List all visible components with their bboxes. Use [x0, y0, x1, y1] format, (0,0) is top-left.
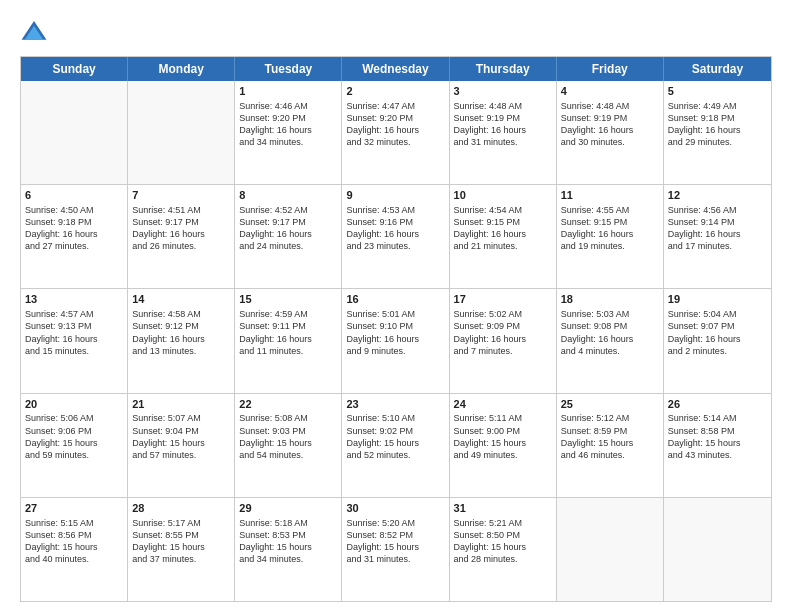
cell-info: Sunrise: 5:10 AMSunset: 9:02 PMDaylight:…	[346, 412, 444, 461]
day-number: 3	[454, 84, 552, 99]
day-number: 26	[668, 397, 767, 412]
cell-info: Sunrise: 4:55 AMSunset: 9:15 PMDaylight:…	[561, 204, 659, 253]
calendar-cell: 4Sunrise: 4:48 AMSunset: 9:19 PMDaylight…	[557, 81, 664, 184]
cell-info: Sunrise: 4:49 AMSunset: 9:18 PMDaylight:…	[668, 100, 767, 149]
calendar-cell: 15Sunrise: 4:59 AMSunset: 9:11 PMDayligh…	[235, 289, 342, 392]
calendar-cell	[21, 81, 128, 184]
cell-info: Sunrise: 5:17 AMSunset: 8:55 PMDaylight:…	[132, 517, 230, 566]
day-number: 13	[25, 292, 123, 307]
day-number: 31	[454, 501, 552, 516]
calendar: SundayMondayTuesdayWednesdayThursdayFrid…	[20, 56, 772, 602]
day-number: 6	[25, 188, 123, 203]
logo	[20, 18, 52, 46]
cell-info: Sunrise: 5:03 AMSunset: 9:08 PMDaylight:…	[561, 308, 659, 357]
cell-info: Sunrise: 4:59 AMSunset: 9:11 PMDaylight:…	[239, 308, 337, 357]
header-day-friday: Friday	[557, 57, 664, 81]
calendar-cell: 29Sunrise: 5:18 AMSunset: 8:53 PMDayligh…	[235, 498, 342, 601]
cell-info: Sunrise: 4:46 AMSunset: 9:20 PMDaylight:…	[239, 100, 337, 149]
calendar-cell: 5Sunrise: 4:49 AMSunset: 9:18 PMDaylight…	[664, 81, 771, 184]
day-number: 30	[346, 501, 444, 516]
calendar-cell: 25Sunrise: 5:12 AMSunset: 8:59 PMDayligh…	[557, 394, 664, 497]
day-number: 7	[132, 188, 230, 203]
day-number: 12	[668, 188, 767, 203]
calendar-cell	[128, 81, 235, 184]
day-number: 8	[239, 188, 337, 203]
calendar-cell	[557, 498, 664, 601]
cell-info: Sunrise: 5:14 AMSunset: 8:58 PMDaylight:…	[668, 412, 767, 461]
cell-info: Sunrise: 5:21 AMSunset: 8:50 PMDaylight:…	[454, 517, 552, 566]
cell-info: Sunrise: 5:20 AMSunset: 8:52 PMDaylight:…	[346, 517, 444, 566]
cell-info: Sunrise: 5:11 AMSunset: 9:00 PMDaylight:…	[454, 412, 552, 461]
day-number: 25	[561, 397, 659, 412]
calendar-row-3: 20Sunrise: 5:06 AMSunset: 9:06 PMDayligh…	[21, 393, 771, 497]
day-number: 21	[132, 397, 230, 412]
calendar-cell: 30Sunrise: 5:20 AMSunset: 8:52 PMDayligh…	[342, 498, 449, 601]
cell-info: Sunrise: 4:52 AMSunset: 9:17 PMDaylight:…	[239, 204, 337, 253]
calendar-cell: 26Sunrise: 5:14 AMSunset: 8:58 PMDayligh…	[664, 394, 771, 497]
cell-info: Sunrise: 4:48 AMSunset: 9:19 PMDaylight:…	[561, 100, 659, 149]
day-number: 18	[561, 292, 659, 307]
cell-info: Sunrise: 4:51 AMSunset: 9:17 PMDaylight:…	[132, 204, 230, 253]
cell-info: Sunrise: 4:56 AMSunset: 9:14 PMDaylight:…	[668, 204, 767, 253]
cell-info: Sunrise: 5:18 AMSunset: 8:53 PMDaylight:…	[239, 517, 337, 566]
cell-info: Sunrise: 4:58 AMSunset: 9:12 PMDaylight:…	[132, 308, 230, 357]
day-number: 27	[25, 501, 123, 516]
calendar-cell: 17Sunrise: 5:02 AMSunset: 9:09 PMDayligh…	[450, 289, 557, 392]
day-number: 29	[239, 501, 337, 516]
header-day-sunday: Sunday	[21, 57, 128, 81]
calendar-cell: 23Sunrise: 5:10 AMSunset: 9:02 PMDayligh…	[342, 394, 449, 497]
day-number: 20	[25, 397, 123, 412]
calendar-cell	[664, 498, 771, 601]
cell-info: Sunrise: 4:48 AMSunset: 9:19 PMDaylight:…	[454, 100, 552, 149]
day-number: 9	[346, 188, 444, 203]
calendar-cell: 18Sunrise: 5:03 AMSunset: 9:08 PMDayligh…	[557, 289, 664, 392]
day-number: 16	[346, 292, 444, 307]
cell-info: Sunrise: 5:01 AMSunset: 9:10 PMDaylight:…	[346, 308, 444, 357]
calendar-cell: 28Sunrise: 5:17 AMSunset: 8:55 PMDayligh…	[128, 498, 235, 601]
cell-info: Sunrise: 4:53 AMSunset: 9:16 PMDaylight:…	[346, 204, 444, 253]
calendar-cell: 21Sunrise: 5:07 AMSunset: 9:04 PMDayligh…	[128, 394, 235, 497]
cell-info: Sunrise: 5:15 AMSunset: 8:56 PMDaylight:…	[25, 517, 123, 566]
header	[20, 18, 772, 46]
cell-info: Sunrise: 4:57 AMSunset: 9:13 PMDaylight:…	[25, 308, 123, 357]
day-number: 28	[132, 501, 230, 516]
cell-info: Sunrise: 4:50 AMSunset: 9:18 PMDaylight:…	[25, 204, 123, 253]
calendar-cell: 14Sunrise: 4:58 AMSunset: 9:12 PMDayligh…	[128, 289, 235, 392]
calendar-row-4: 27Sunrise: 5:15 AMSunset: 8:56 PMDayligh…	[21, 497, 771, 601]
calendar-cell: 16Sunrise: 5:01 AMSunset: 9:10 PMDayligh…	[342, 289, 449, 392]
day-number: 14	[132, 292, 230, 307]
header-day-saturday: Saturday	[664, 57, 771, 81]
calendar-row-0: 1Sunrise: 4:46 AMSunset: 9:20 PMDaylight…	[21, 81, 771, 184]
header-day-thursday: Thursday	[450, 57, 557, 81]
calendar-cell: 12Sunrise: 4:56 AMSunset: 9:14 PMDayligh…	[664, 185, 771, 288]
cell-info: Sunrise: 5:06 AMSunset: 9:06 PMDaylight:…	[25, 412, 123, 461]
logo-icon	[20, 18, 48, 46]
cell-info: Sunrise: 4:54 AMSunset: 9:15 PMDaylight:…	[454, 204, 552, 253]
day-number: 19	[668, 292, 767, 307]
calendar-cell: 19Sunrise: 5:04 AMSunset: 9:07 PMDayligh…	[664, 289, 771, 392]
calendar-cell: 6Sunrise: 4:50 AMSunset: 9:18 PMDaylight…	[21, 185, 128, 288]
calendar-cell: 9Sunrise: 4:53 AMSunset: 9:16 PMDaylight…	[342, 185, 449, 288]
day-number: 11	[561, 188, 659, 203]
cell-info: Sunrise: 4:47 AMSunset: 9:20 PMDaylight:…	[346, 100, 444, 149]
calendar-header: SundayMondayTuesdayWednesdayThursdayFrid…	[21, 57, 771, 81]
cell-info: Sunrise: 5:07 AMSunset: 9:04 PMDaylight:…	[132, 412, 230, 461]
calendar-cell: 20Sunrise: 5:06 AMSunset: 9:06 PMDayligh…	[21, 394, 128, 497]
calendar-cell: 2Sunrise: 4:47 AMSunset: 9:20 PMDaylight…	[342, 81, 449, 184]
cell-info: Sunrise: 5:02 AMSunset: 9:09 PMDaylight:…	[454, 308, 552, 357]
day-number: 5	[668, 84, 767, 99]
cell-info: Sunrise: 5:08 AMSunset: 9:03 PMDaylight:…	[239, 412, 337, 461]
calendar-row-2: 13Sunrise: 4:57 AMSunset: 9:13 PMDayligh…	[21, 288, 771, 392]
calendar-cell: 7Sunrise: 4:51 AMSunset: 9:17 PMDaylight…	[128, 185, 235, 288]
calendar-row-1: 6Sunrise: 4:50 AMSunset: 9:18 PMDaylight…	[21, 184, 771, 288]
day-number: 17	[454, 292, 552, 307]
cell-info: Sunrise: 5:12 AMSunset: 8:59 PMDaylight:…	[561, 412, 659, 461]
header-day-wednesday: Wednesday	[342, 57, 449, 81]
calendar-cell: 3Sunrise: 4:48 AMSunset: 9:19 PMDaylight…	[450, 81, 557, 184]
calendar-cell: 13Sunrise: 4:57 AMSunset: 9:13 PMDayligh…	[21, 289, 128, 392]
calendar-cell: 24Sunrise: 5:11 AMSunset: 9:00 PMDayligh…	[450, 394, 557, 497]
cell-info: Sunrise: 5:04 AMSunset: 9:07 PMDaylight:…	[668, 308, 767, 357]
day-number: 10	[454, 188, 552, 203]
day-number: 1	[239, 84, 337, 99]
page: SundayMondayTuesdayWednesdayThursdayFrid…	[0, 0, 792, 612]
